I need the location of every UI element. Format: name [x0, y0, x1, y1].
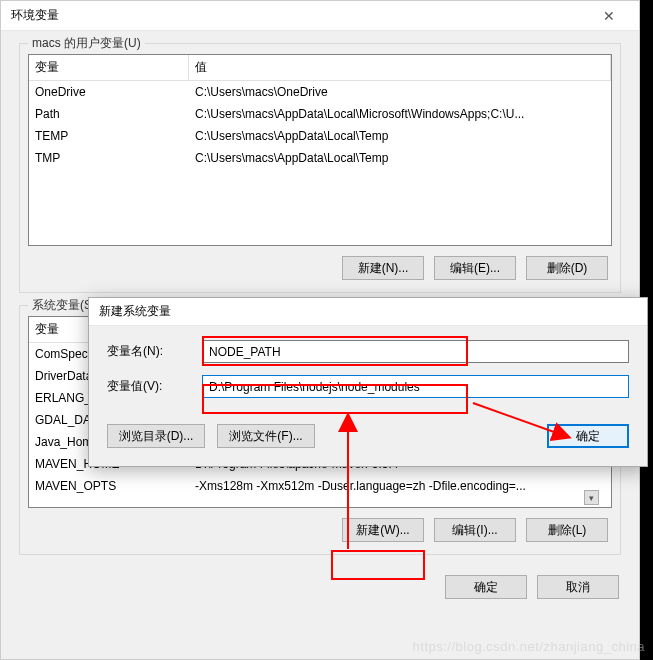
table-row[interactable]: MAVEN_OPTS-Xms128m -Xmx512m -Duser.langu…	[29, 475, 611, 497]
user-vars-table[interactable]: 变量 值 OneDriveC:\Users\macs\OneDrivePathC…	[28, 54, 612, 246]
user-buttons: 新建(N)... 编辑(E)... 删除(D)	[28, 246, 612, 282]
system-buttons: 新建(W)... 编辑(I)... 删除(L)	[28, 508, 612, 544]
table-row[interactable]: PathC:\Users\macs\AppData\Local\Microsof…	[29, 103, 611, 125]
var-value-cell: -Xms128m -Xmx512m -Duser.language=zh -Df…	[189, 475, 611, 497]
table-row[interactable]: OneDriveC:\Users\macs\OneDrive	[29, 81, 611, 103]
var-name-input[interactable]	[202, 340, 629, 363]
var-name-label: 变量名(N):	[107, 343, 202, 360]
col-header-value[interactable]: 值	[189, 55, 611, 80]
cancel-button[interactable]: 取消	[537, 575, 619, 599]
system-delete-button[interactable]: 删除(L)	[526, 518, 608, 542]
browse-dir-button[interactable]: 浏览目录(D)...	[107, 424, 205, 448]
var-value-cell: C:\Users\macs\AppData\Local\Microsoft\Wi…	[189, 103, 611, 125]
user-vars-group: macs 的用户变量(U) 变量 值 OneDriveC:\Users\macs…	[19, 43, 621, 293]
var-name-cell: MAVEN_OPTS	[29, 475, 189, 497]
browse-file-button[interactable]: 浏览文件(F)...	[217, 424, 315, 448]
user-new-button[interactable]: 新建(N)...	[342, 256, 424, 280]
system-edit-button[interactable]: 编辑(I)...	[434, 518, 516, 542]
var-value-cell: C:\Users\macs\OneDrive	[189, 81, 611, 103]
var-value-label: 变量值(V):	[107, 378, 202, 395]
sub-titlebar: 新建系统变量	[89, 298, 647, 326]
dialog-title: 环境变量	[11, 7, 59, 24]
system-new-button[interactable]: 新建(W)...	[342, 518, 424, 542]
user-edit-button[interactable]: 编辑(E)...	[434, 256, 516, 280]
user-vars-title: macs 的用户变量(U)	[28, 35, 145, 52]
titlebar: 环境变量 ✕	[1, 1, 639, 31]
var-value-input[interactable]	[202, 375, 629, 398]
var-name-cell: TMP	[29, 147, 189, 169]
watermark: https://blog.csdn.net/zhanjiang_china	[413, 639, 645, 654]
sub-dialog-title: 新建系统变量	[99, 303, 171, 320]
table-row[interactable]: TMPC:\Users\macs\AppData\Local\Temp	[29, 147, 611, 169]
new-system-var-dialog: 新建系统变量 变量名(N): 变量值(V): 浏览目录(D)... 浏览文件(F…	[88, 297, 648, 467]
col-header-name[interactable]: 变量	[29, 55, 189, 80]
table-row[interactable]: TEMPC:\Users\macs\AppData\Local\Temp	[29, 125, 611, 147]
sub-ok-button[interactable]: 确定	[547, 424, 629, 448]
user-delete-button[interactable]: 删除(D)	[526, 256, 608, 280]
var-value-row: 变量值(V):	[107, 375, 629, 398]
var-name-cell: Path	[29, 103, 189, 125]
var-name-cell: TEMP	[29, 125, 189, 147]
ok-button[interactable]: 确定	[445, 575, 527, 599]
close-icon[interactable]: ✕	[589, 8, 629, 24]
user-table-header: 变量 值	[29, 55, 611, 81]
var-value-cell: C:\Users\macs\AppData\Local\Temp	[189, 125, 611, 147]
var-value-cell: C:\Users\macs\AppData\Local\Temp	[189, 147, 611, 169]
var-name-cell: OneDrive	[29, 81, 189, 103]
scroll-down-icon[interactable]: ▾	[584, 490, 599, 505]
var-name-row: 变量名(N):	[107, 340, 629, 363]
footer-buttons: 确定 取消	[1, 561, 639, 613]
